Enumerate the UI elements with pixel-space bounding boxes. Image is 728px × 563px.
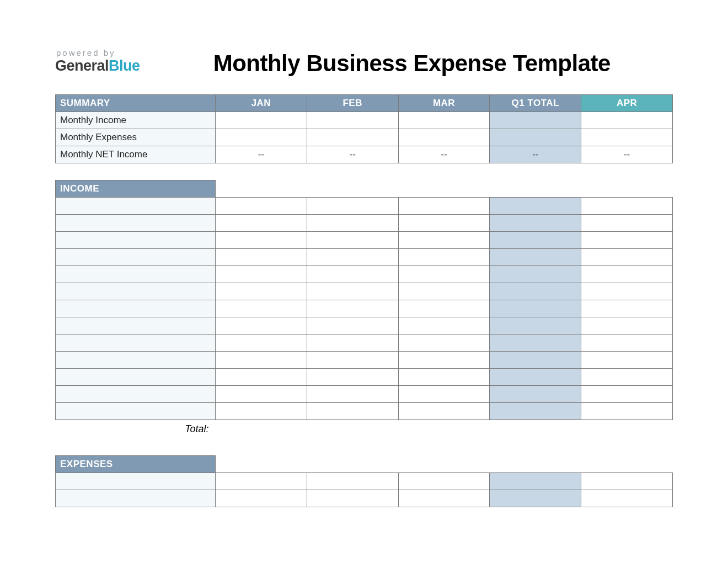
cell[interactable] xyxy=(216,232,307,249)
cell[interactable] xyxy=(581,129,673,146)
cell[interactable] xyxy=(398,369,490,386)
cell[interactable] xyxy=(216,198,307,215)
cell[interactable] xyxy=(581,283,673,300)
cell[interactable] xyxy=(581,352,673,369)
cell[interactable] xyxy=(398,403,490,420)
row-label[interactable] xyxy=(56,232,216,249)
cell[interactable] xyxy=(307,317,398,334)
cell[interactable] xyxy=(307,198,398,215)
cell[interactable] xyxy=(216,490,307,507)
row-label[interactable] xyxy=(56,472,216,490)
cell[interactable] xyxy=(307,403,398,420)
table-row: Monthly Expenses xyxy=(56,129,673,146)
blank xyxy=(216,420,673,439)
cell[interactable] xyxy=(581,249,673,266)
cell[interactable] xyxy=(307,352,398,369)
row-label[interactable] xyxy=(56,403,216,420)
col-feb: FEB xyxy=(307,95,398,112)
cell[interactable] xyxy=(307,283,398,300)
cell-total xyxy=(490,249,581,266)
cell[interactable] xyxy=(307,472,398,490)
cell[interactable] xyxy=(307,249,398,266)
cell[interactable] xyxy=(581,112,673,129)
cell[interactable] xyxy=(216,386,307,403)
cell[interactable] xyxy=(398,249,490,266)
row-label[interactable] xyxy=(56,283,216,300)
summary-table: SUMMARY JAN FEB MAR Q1 TOTAL APR Monthly… xyxy=(55,94,673,163)
cell[interactable] xyxy=(216,334,307,352)
cell[interactable] xyxy=(398,300,490,317)
cell[interactable] xyxy=(216,215,307,232)
cell[interactable] xyxy=(581,490,673,507)
cell[interactable] xyxy=(581,266,673,283)
row-label[interactable] xyxy=(56,317,216,334)
summary-header: SUMMARY xyxy=(56,95,216,112)
cell[interactable] xyxy=(307,215,398,232)
row-label[interactable] xyxy=(56,249,216,266)
cell[interactable] xyxy=(398,266,490,283)
row-label[interactable] xyxy=(56,300,216,317)
cell[interactable] xyxy=(398,215,490,232)
cell[interactable] xyxy=(398,129,490,146)
cell[interactable] xyxy=(581,472,673,490)
col-apr: APR xyxy=(581,95,673,112)
cell[interactable] xyxy=(307,112,398,129)
cell[interactable] xyxy=(307,386,398,403)
cell[interactable] xyxy=(307,266,398,283)
cell[interactable] xyxy=(398,112,490,129)
row-label[interactable] xyxy=(56,352,216,369)
cell[interactable] xyxy=(581,403,673,420)
row-label[interactable] xyxy=(56,215,216,232)
cell[interactable] xyxy=(398,386,490,403)
cell[interactable] xyxy=(216,403,307,420)
cell[interactable] xyxy=(216,129,307,146)
income-header-row: INCOME xyxy=(56,180,673,198)
cell[interactable] xyxy=(398,472,490,490)
cell[interactable] xyxy=(581,334,673,352)
row-label[interactable] xyxy=(56,490,216,507)
cell[interactable] xyxy=(216,266,307,283)
cell[interactable] xyxy=(216,369,307,386)
cell[interactable] xyxy=(581,215,673,232)
cell[interactable] xyxy=(216,283,307,300)
cell[interactable] xyxy=(216,112,307,129)
cell[interactable] xyxy=(581,198,673,215)
row-label[interactable] xyxy=(56,266,216,283)
cell[interactable] xyxy=(216,249,307,266)
cell[interactable] xyxy=(307,300,398,317)
cell[interactable] xyxy=(307,232,398,249)
income-total-label: Total: xyxy=(56,420,216,439)
cell[interactable] xyxy=(398,317,490,334)
cell[interactable] xyxy=(216,352,307,369)
table-row xyxy=(56,352,673,369)
cell[interactable] xyxy=(581,300,673,317)
cell[interactable] xyxy=(398,283,490,300)
row-label[interactable] xyxy=(56,386,216,403)
cell[interactable] xyxy=(307,490,398,507)
row-label[interactable] xyxy=(56,369,216,386)
row-label[interactable] xyxy=(56,334,216,352)
cell[interactable] xyxy=(398,352,490,369)
cell[interactable] xyxy=(581,232,673,249)
cell[interactable] xyxy=(398,490,490,507)
cell[interactable] xyxy=(216,472,307,490)
row-label[interactable] xyxy=(56,198,216,215)
cell[interactable] xyxy=(398,198,490,215)
cell-total xyxy=(490,317,581,334)
income-total-row: Total: xyxy=(56,420,673,439)
cell[interactable] xyxy=(581,317,673,334)
cell[interactable] xyxy=(216,317,307,334)
table-row xyxy=(56,472,673,490)
expenses-header: EXPENSES xyxy=(56,455,216,472)
cell[interactable] xyxy=(307,334,398,352)
row-label: Monthly NET Income xyxy=(56,146,216,163)
summary-header-row: SUMMARY JAN FEB MAR Q1 TOTAL APR xyxy=(56,95,673,112)
cell[interactable] xyxy=(398,334,490,352)
cell[interactable] xyxy=(216,300,307,317)
cell: -- xyxy=(398,146,490,163)
cell[interactable] xyxy=(581,386,673,403)
cell[interactable] xyxy=(581,369,673,386)
cell[interactable] xyxy=(307,129,398,146)
cell[interactable] xyxy=(398,232,490,249)
cell[interactable] xyxy=(307,369,398,386)
